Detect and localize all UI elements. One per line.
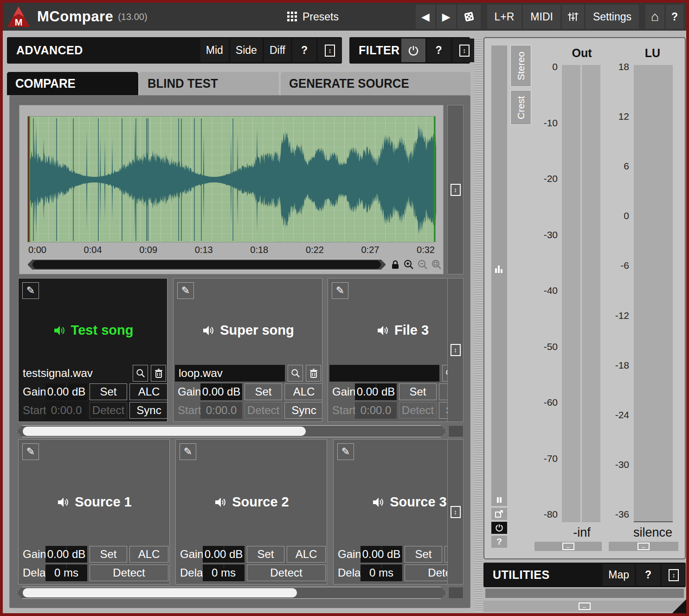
- start-value-field[interactable]: 0:00.0: [355, 402, 397, 419]
- delay-value-field[interactable]: 0 ms: [45, 564, 87, 581]
- panel-splitter[interactable]: [474, 37, 483, 612]
- zoom-reset-icon[interactable]: [431, 259, 442, 270]
- filename-field[interactable]: loop.wav: [175, 365, 285, 382]
- delay-detect-button[interactable]: Detect: [405, 564, 454, 581]
- sources-resize-strip[interactable]: ↕: [447, 439, 464, 584]
- help-button[interactable]: ?: [666, 5, 683, 29]
- edit-button[interactable]: ✎: [180, 443, 196, 460]
- gain-value-field[interactable]: 0.00 dB: [203, 546, 245, 563]
- source-panel-2[interactable]: ✎ Source 2 Gain 0.00 dB Set ALC: [175, 439, 327, 584]
- randomize-button[interactable]: [457, 5, 481, 29]
- gain-set-button[interactable]: Set: [247, 546, 284, 563]
- delay-value-field[interactable]: 0 ms: [361, 564, 402, 581]
- browse-button[interactable]: [133, 365, 148, 382]
- home-button[interactable]: ⌂: [645, 5, 664, 29]
- alc-button[interactable]: ALC: [129, 546, 168, 563]
- source-name[interactable]: Source 1: [19, 494, 170, 510]
- prev-preset-button[interactable]: ◀: [416, 5, 435, 29]
- gain-set-button[interactable]: Set: [399, 383, 437, 400]
- crest-button[interactable]: Crest: [510, 90, 531, 125]
- meter-help-button[interactable]: ?: [491, 536, 507, 548]
- advanced-help-button[interactable]: ?: [292, 39, 316, 62]
- diff-button[interactable]: Diff: [264, 39, 291, 62]
- file-panel-file-3[interactable]: ✎ File 3: [328, 278, 454, 422]
- edit-button[interactable]: ✎: [22, 443, 39, 460]
- files-scrollbar[interactable]: [17, 425, 446, 437]
- mid-button[interactable]: Mid: [200, 39, 229, 62]
- gain-value-field[interactable]: 0.00 dB: [361, 546, 402, 563]
- gain-set-button[interactable]: Set: [405, 546, 442, 563]
- filename-field[interactable]: testsignal.wav: [20, 365, 130, 382]
- utilities-collapse-button[interactable]: ↕: [662, 564, 686, 586]
- gain-value-field[interactable]: 0.00 dB: [200, 383, 242, 400]
- meter-power-button[interactable]: [491, 522, 507, 534]
- file-name[interactable]: Test song: [19, 323, 167, 338]
- filter-collapse-button[interactable]: ↕: [452, 39, 477, 62]
- gain-set-button[interactable]: Set: [90, 383, 127, 400]
- gain-value-field[interactable]: 0.00 dB: [45, 546, 87, 563]
- delete-button[interactable]: [151, 365, 166, 382]
- edit-button[interactable]: ✎: [332, 282, 348, 299]
- out-meter-resize-handle[interactable]: ↔: [534, 542, 602, 551]
- end-marker-green[interactable]: [434, 117, 435, 242]
- lock-icon[interactable]: [391, 259, 400, 270]
- delay-detect-button[interactable]: Detect: [247, 564, 326, 581]
- lu-meter-resize-handle[interactable]: ↔: [609, 542, 678, 551]
- start-value-field[interactable]: 0:00.0: [200, 402, 242, 419]
- settings-button[interactable]: Settings: [586, 5, 639, 29]
- meter-range-slider[interactable]: [491, 45, 507, 494]
- edit-button[interactable]: ✎: [22, 282, 39, 299]
- side-button[interactable]: Side: [230, 39, 263, 62]
- delay-detect-button[interactable]: Detect: [90, 564, 168, 581]
- edit-button[interactable]: ✎: [177, 282, 194, 299]
- delay-value-field[interactable]: 0 ms: [203, 564, 245, 581]
- start-marker-green[interactable]: [29, 117, 30, 242]
- waveform-scrollbar[interactable]: [27, 259, 386, 270]
- meter-popout-button[interactable]: [491, 508, 507, 520]
- edit-button[interactable]: ✎: [337, 443, 354, 460]
- tab-compare[interactable]: COMPARE: [7, 72, 138, 95]
- waveform-display[interactable]: [27, 116, 436, 242]
- filter-help-button[interactable]: ?: [427, 39, 451, 62]
- start-value-field[interactable]: 0:00.0: [45, 402, 87, 419]
- waveform-resize-strip[interactable]: ↕: [447, 105, 464, 274]
- browse-button[interactable]: [288, 365, 303, 382]
- zoom-in-icon[interactable]: [404, 259, 414, 270]
- filename-field[interactable]: [329, 365, 439, 382]
- right-panel-resize-handle[interactable]: ↔: [483, 601, 686, 612]
- utilities-help-button[interactable]: ?: [636, 564, 660, 586]
- gain-value-field[interactable]: 0.00 dB: [355, 383, 397, 400]
- waveform-scroll-thumb[interactable]: [32, 260, 381, 269]
- next-preset-button[interactable]: ▶: [437, 5, 456, 29]
- meter-pause-button[interactable]: [491, 494, 507, 506]
- source-panel-3[interactable]: ✎ Source 3 Gain 0.00 dB Set ALC: [333, 439, 454, 584]
- files-scroll-thumb[interactable]: [23, 427, 306, 436]
- gain-value-field[interactable]: 0.00 dB: [45, 383, 87, 400]
- gain-set-button[interactable]: Set: [90, 546, 127, 563]
- midi-button[interactable]: MIDI: [523, 5, 560, 29]
- file-name[interactable]: File 3: [328, 323, 454, 338]
- presets-button[interactable]: Presets: [287, 11, 339, 23]
- window-resize-grip[interactable]: [672, 599, 686, 613]
- alc-button[interactable]: ALC: [287, 546, 326, 563]
- file-name[interactable]: Super song: [174, 323, 322, 338]
- advanced-collapse-button[interactable]: ↕: [318, 39, 342, 62]
- modulators-button[interactable]: [562, 5, 584, 29]
- zoom-out-icon[interactable]: [418, 259, 428, 270]
- detect-button[interactable]: Detect: [90, 402, 127, 419]
- delete-button[interactable]: [306, 365, 321, 382]
- channel-mode-button[interactable]: L+R: [487, 5, 522, 29]
- stereo-button[interactable]: Stereo: [510, 45, 531, 87]
- alc-button[interactable]: ALC: [129, 383, 167, 400]
- sync-button[interactable]: Sync: [284, 402, 322, 419]
- source-panel-1[interactable]: ✎ Source 1 Gain 0.00 dB Set ALC: [18, 439, 170, 584]
- gain-set-button[interactable]: Set: [245, 383, 282, 400]
- filter-power-button[interactable]: [401, 39, 425, 62]
- tab-generate-source[interactable]: GENERATE SOURCE: [281, 72, 470, 95]
- source-name[interactable]: Source 2: [176, 494, 327, 510]
- file-panel-super-song[interactable]: ✎ Super song loop.wav: [173, 278, 322, 422]
- sources-scroll-thumb[interactable]: [23, 588, 297, 597]
- alc-button[interactable]: ALC: [284, 383, 322, 400]
- source-name[interactable]: Source 3: [334, 494, 454, 510]
- detect-button[interactable]: Detect: [245, 402, 282, 419]
